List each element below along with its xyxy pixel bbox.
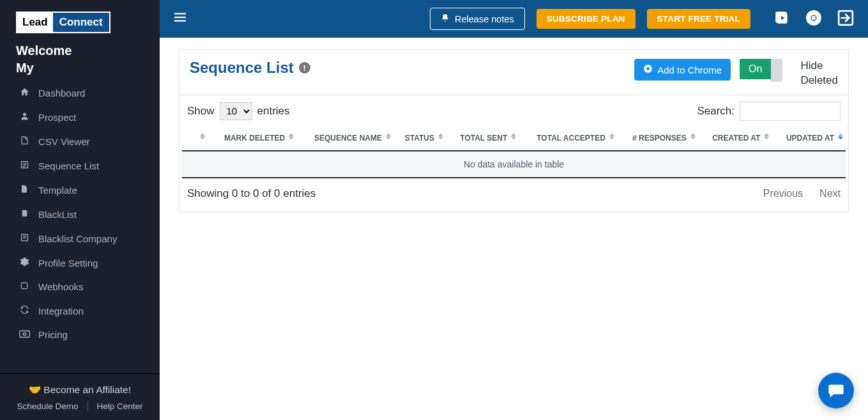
col-status[interactable]: STATUS: [393, 126, 446, 151]
dashboard-icon: [19, 87, 29, 98]
svg-point-24: [646, 67, 650, 70]
col-total-accepted[interactable]: TOTAL ACCEPTED: [519, 126, 617, 151]
file-export-icon: [19, 136, 29, 147]
sidebar-item-label: Blacklist Company: [38, 233, 117, 244]
subscribe-plan-button[interactable]: SUBSCRIBE PLAN: [537, 9, 636, 29]
sidebar-item-profile-setting[interactable]: Profile Setting: [0, 251, 160, 275]
hide-deleted-label: HideDeleted: [800, 59, 838, 88]
file-icon: [19, 184, 29, 196]
svg-point-21: [812, 16, 816, 20]
sidebar-item-label: Prospect: [38, 112, 76, 123]
svg-rect-9: [21, 283, 27, 288]
welcome-block: Welcome My: [0, 40, 160, 77]
topbar: Release notes SUBSCRIBE PLAN START FREE …: [160, 0, 868, 38]
logo[interactable]: Lead Connect: [0, 0, 160, 40]
sidebar-item-label: Integration: [38, 306, 84, 316]
col-mark-deleted[interactable]: MARK DELETED: [208, 126, 296, 151]
svg-rect-13: [174, 17, 186, 18]
tablet-icon: [19, 208, 29, 220]
svg-rect-10: [20, 331, 30, 338]
affiliate-link[interactable]: 🤝 Become an Affiliate!: [0, 380, 160, 401]
sidebar-item-label: Sequence List: [38, 160, 99, 171]
welcome-line1: Welcome: [16, 42, 144, 59]
bell-icon: [441, 13, 450, 24]
sidebar-item-pricing[interactable]: Pricing: [0, 323, 160, 346]
toggle-on-label: On: [740, 59, 771, 79]
sidebar-item-prospect[interactable]: Prospect: [0, 105, 160, 129]
add-to-chrome-label: Add to Chrome: [657, 65, 722, 75]
sidebar: Lead Connect Welcome My Dashboard Prospe…: [0, 0, 160, 420]
table-info: Showing 0 to 0 of 0 entries: [187, 187, 316, 200]
sidebar-item-label: BlackList: [38, 209, 77, 220]
refresh-icon: [19, 305, 29, 316]
svg-rect-5: [22, 210, 27, 217]
start-free-trial-button[interactable]: START FREE TRIAL: [647, 9, 750, 29]
no-data-row: No data available in table: [182, 151, 846, 178]
svg-rect-12: [174, 13, 186, 14]
svg-rect-14: [174, 20, 186, 22]
sidebar-item-csv-viewer[interactable]: CSV Viewer: [0, 129, 160, 153]
square-icon: [19, 281, 29, 292]
logout-icon[interactable]: [837, 10, 854, 28]
col-blank[interactable]: [182, 126, 208, 151]
prev-button[interactable]: Previous: [763, 188, 803, 199]
sidebar-item-label: Profile Setting: [38, 258, 98, 268]
handshake-icon: 🤝: [29, 384, 41, 395]
chrome-icon[interactable]: [805, 10, 822, 28]
col-updated-at[interactable]: UPDATED AT: [772, 126, 846, 151]
help-center-link[interactable]: Help Center: [97, 401, 143, 411]
info-icon[interactable]: !: [299, 62, 310, 74]
divider: [88, 401, 88, 411]
chrome-small-icon: [643, 64, 653, 75]
sidebar-item-label: Webhooks: [38, 281, 84, 292]
schedule-demo-link[interactable]: Schedule Demo: [17, 401, 78, 411]
sequence-list-card: Sequence List ! Add to Chrome On: [179, 49, 849, 212]
sidebar-item-label: Pricing: [38, 329, 68, 340]
show-label: Show: [187, 105, 215, 118]
welcome-line2: My: [16, 59, 144, 77]
svg-point-11: [23, 332, 26, 335]
sidebar-item-sequence-list[interactable]: Sequence List: [0, 153, 160, 178]
sidebar-item-label: Template: [38, 185, 77, 196]
user-icon: [19, 111, 29, 123]
col-total-sent[interactable]: TOTAL SENT: [446, 126, 519, 151]
chat-button[interactable]: [818, 373, 854, 408]
add-to-chrome-button[interactable]: Add to Chrome: [634, 59, 731, 81]
video-icon[interactable]: [773, 10, 790, 28]
release-notes-label: Release notes: [455, 14, 514, 24]
col-sequence-name[interactable]: SEQUENCE NAME: [296, 126, 393, 151]
gear-icon: [19, 257, 29, 268]
sidebar-item-template[interactable]: Template: [0, 178, 160, 202]
hamburger-icon[interactable]: [174, 12, 187, 26]
sequence-table: MARK DELETED SEQUENCE NAME STATUS TOTAL …: [182, 126, 846, 178]
page-title: Sequence List !: [190, 59, 310, 77]
release-notes-button[interactable]: Release notes: [430, 8, 525, 30]
col-responses[interactable]: # RESPONSES: [617, 126, 698, 151]
list-alt-icon: [19, 233, 29, 244]
sidebar-item-webhooks[interactable]: Webhooks: [0, 275, 160, 299]
logo-left: Lead: [17, 13, 53, 32]
next-button[interactable]: Next: [819, 188, 841, 199]
sidebar-item-integration[interactable]: Integration: [0, 299, 160, 323]
no-data-message: No data available in table: [182, 151, 846, 178]
logo-right: Connect: [53, 13, 109, 32]
sidebar-item-label: Dashboard: [38, 88, 85, 98]
sidebar-item-dashboard[interactable]: Dashboard: [0, 81, 160, 105]
sidebar-nav: Dashboard Prospect CSV Viewer Sequence L…: [0, 81, 160, 373]
sidebar-item-label: CSV Viewer: [38, 136, 90, 147]
money-icon: [19, 329, 29, 340]
entries-label: entries: [257, 105, 290, 118]
entries-select[interactable]: 10: [220, 102, 252, 120]
sidebar-item-blacklist[interactable]: BlackList: [0, 202, 160, 226]
hide-deleted-toggle[interactable]: On: [740, 59, 782, 82]
search-label: Search:: [697, 105, 735, 118]
sidebar-footer: 🤝 Become an Affiliate! Schedule Demo Hel…: [0, 373, 160, 420]
sidebar-item-blacklist-company[interactable]: Blacklist Company: [0, 226, 160, 251]
main-area: Release notes SUBSCRIBE PLAN START FREE …: [160, 0, 868, 420]
list-icon: [19, 160, 29, 171]
search-input[interactable]: [740, 102, 841, 121]
col-created-at[interactable]: CREATED AT: [698, 126, 772, 151]
toggle-handle: [771, 59, 782, 82]
svg-point-0: [23, 113, 26, 116]
